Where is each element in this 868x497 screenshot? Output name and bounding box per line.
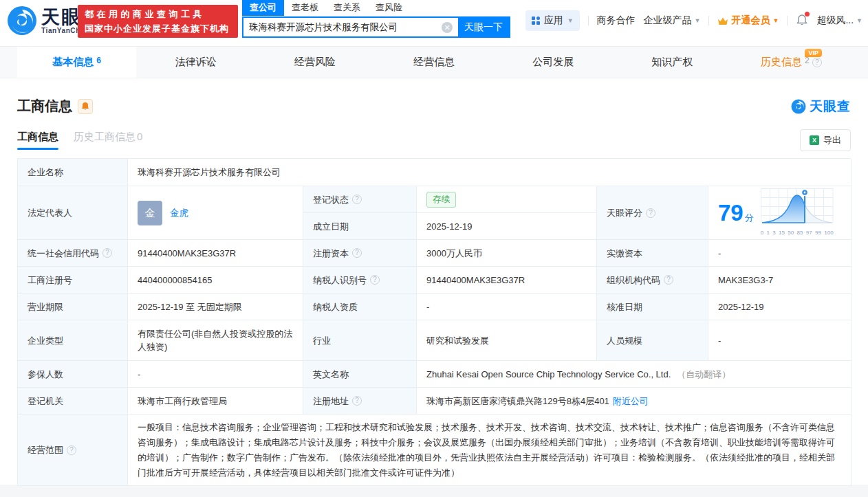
- help-icon[interactable]: ?: [102, 248, 112, 258]
- header-nav: 应用 ▼ 商务合作 企业级产品 ▼ 开通会员 ▼: [525, 10, 862, 31]
- nearby-companies-link[interactable]: 附近公司: [613, 395, 649, 408]
- super-risk-label: 超级风...: [816, 14, 854, 27]
- apps-grid-icon: [532, 16, 540, 25]
- field-value-insured-count: -: [128, 361, 303, 388]
- tab-count: 6: [96, 56, 101, 65]
- tab-operating-risk[interactable]: 经营风险: [255, 47, 374, 78]
- field-value-credit-code: 91440400MAK3E3G37R: [128, 240, 303, 267]
- legal-rep-name-link[interactable]: 金虎: [170, 206, 188, 219]
- tab-label: 公司发展: [532, 56, 574, 69]
- excel-icon: X: [810, 135, 819, 145]
- tab-label: 知识产权: [651, 56, 693, 69]
- field-value-tianyan-score: 79分: [708, 186, 851, 240]
- search-box: ✕ 天眼一下: [242, 16, 510, 38]
- section-title: 工商信息: [17, 97, 72, 115]
- field-value-org-code: MAK3E3G3-7: [708, 267, 851, 294]
- chevron-down-icon: ▼: [695, 17, 701, 24]
- notification-dot: [805, 12, 810, 16]
- field-label-establish-date: 成立日期: [303, 213, 417, 240]
- header: 天眼查 TianYanCha.com 都在用的商业查询工具 国家中小企业发展子基…: [0, 0, 868, 43]
- field-label-english-name: 英文名称: [303, 361, 417, 388]
- field-label-company-type: 企业类型: [18, 320, 128, 361]
- tab-basic-info[interactable]: 基本信息 6: [17, 47, 136, 78]
- legal-rep-avatar[interactable]: 金: [138, 201, 162, 225]
- field-label-company-name: 企业名称: [18, 159, 128, 186]
- apps-label: 应用: [544, 14, 563, 27]
- nav-super-risk[interactable]: 超级风... ▼: [816, 14, 862, 27]
- search-tabs: 查公司 查老板 查关系 查风险: [242, 1, 510, 16]
- search-tab-relation[interactable]: 查关系: [326, 0, 368, 16]
- field-label-approval-date: 核准日期: [597, 294, 708, 320]
- search-tab-company[interactable]: 查公司: [242, 0, 284, 16]
- field-value-approval-date: 2025-12-19: [708, 294, 851, 320]
- help-icon[interactable]: ?: [370, 275, 380, 285]
- search-button[interactable]: 天眼一下: [458, 18, 509, 36]
- crown-icon: [717, 16, 728, 25]
- subscribe-bell-button[interactable]: [78, 99, 93, 114]
- notifications-bell[interactable]: [796, 14, 808, 28]
- tab-legal[interactable]: 法律诉讼: [136, 47, 255, 78]
- export-label: 导出: [823, 134, 841, 146]
- apps-menu[interactable]: 应用 ▼: [525, 10, 579, 31]
- page: 天眼查 TianYanCha.com 都在用的商业查询工具 国家中小企业发展子基…: [0, 0, 868, 485]
- field-value-taxpayer-id: 91440400MAK3E3G37R: [417, 267, 597, 294]
- tab-label: 基本信息: [52, 56, 94, 69]
- search-area: 查公司 查老板 查关系 查风险 ✕ 天眼一下: [242, 1, 510, 38]
- content: 工商信息 天眼查 工商信息 历史工商信息: [0, 97, 868, 486]
- auto-translate-note: （自动翻译）: [677, 368, 730, 381]
- tab-operating-info[interactable]: 经营信息: [374, 47, 493, 78]
- field-label-registered-capital: 注册资本?: [303, 240, 417, 267]
- nav-cooperation[interactable]: 商务合作: [597, 14, 636, 27]
- help-icon[interactable]: ?: [664, 275, 673, 285]
- tab-label: 历史信息: [761, 56, 802, 69]
- field-value-business-scope: 一般项目：信息技术咨询服务；企业管理咨询；工程和技术研究和试验发展；技术服务、技…: [128, 415, 851, 486]
- logo-swirl-icon: [7, 5, 37, 36]
- divider: [708, 16, 709, 25]
- field-label-tianyan-score: 天眼评分?: [597, 186, 708, 240]
- bell-icon: [81, 102, 89, 111]
- field-label-registration-status: 登记状态?: [303, 186, 417, 213]
- field-label-credit-code: 统一社会信用代码?: [18, 240, 128, 267]
- subtab-business-info[interactable]: 工商信息: [17, 131, 58, 150]
- vip-badge: VIP: [805, 49, 822, 57]
- company-tabs: 基本信息 6 法律诉讼 经营风险 经营信息 公司发展 知识产权 VIP 历史信息…: [0, 46, 868, 78]
- search-tab-risk[interactable]: 查风险: [368, 0, 410, 16]
- vip-label: 开通会员: [731, 14, 770, 27]
- help-icon[interactable]: ?: [352, 396, 362, 406]
- field-value-company-name: 珠海科赛开源芯片技术服务有限公司: [128, 159, 851, 186]
- field-label-paid-capital: 实缴资本: [597, 240, 708, 267]
- help-icon[interactable]: ?: [646, 208, 655, 218]
- business-info-table: 企业名称 珠海科赛开源芯片技术服务有限公司 法定代表人 金 金虎 登记状态? 存…: [17, 158, 851, 486]
- tab-history-info[interactable]: VIP 历史信息 2 ?: [732, 47, 851, 78]
- tab-label: 经营信息: [413, 56, 455, 69]
- subtab-history-business-info[interactable]: 历史工商信息0: [74, 131, 142, 150]
- clear-search-icon[interactable]: ✕: [442, 22, 453, 33]
- chevron-down-icon: ▼: [772, 17, 779, 24]
- help-icon[interactable]: ?: [812, 58, 822, 67]
- watermark-brand: 天眼查: [791, 98, 851, 115]
- field-label-business-scope: 经营范围?: [18, 415, 128, 486]
- nav-enterprise[interactable]: 企业级产品 ▼: [644, 14, 701, 27]
- watermark-text: 天眼查: [810, 98, 851, 115]
- field-value-english-name: Zhuhai Kesai Open Source Chip Technology…: [417, 361, 851, 388]
- divider: [787, 16, 788, 25]
- field-label-business-term: 营业期限: [18, 294, 128, 320]
- field-value-taxpayer-qualification: -: [417, 294, 597, 320]
- nav-open-vip[interactable]: 开通会员 ▼: [717, 14, 779, 27]
- tab-development[interactable]: 公司发展: [494, 47, 613, 78]
- divider: [588, 16, 589, 25]
- search-tab-boss[interactable]: 查老板: [284, 0, 326, 16]
- export-button[interactable]: X 导出: [800, 129, 851, 151]
- help-icon[interactable]: ?: [352, 195, 362, 204]
- nav-enterprise-label: 企业级产品: [644, 14, 692, 27]
- help-icon[interactable]: ?: [352, 248, 362, 258]
- field-label-org-code: 组织机构代码?: [597, 267, 708, 294]
- tab-label: 经营风险: [294, 56, 336, 69]
- field-value-business-term: 2025-12-19 至 无固定期限: [128, 294, 303, 320]
- status-badge: 存续: [426, 192, 456, 208]
- subsection-header: 工商信息 历史工商信息0 X 导出: [17, 129, 851, 151]
- search-input[interactable]: [243, 18, 442, 36]
- section-header: 工商信息 天眼查: [17, 97, 851, 115]
- tab-intellectual-property[interactable]: 知识产权: [613, 47, 732, 78]
- help-icon[interactable]: ?: [67, 445, 76, 455]
